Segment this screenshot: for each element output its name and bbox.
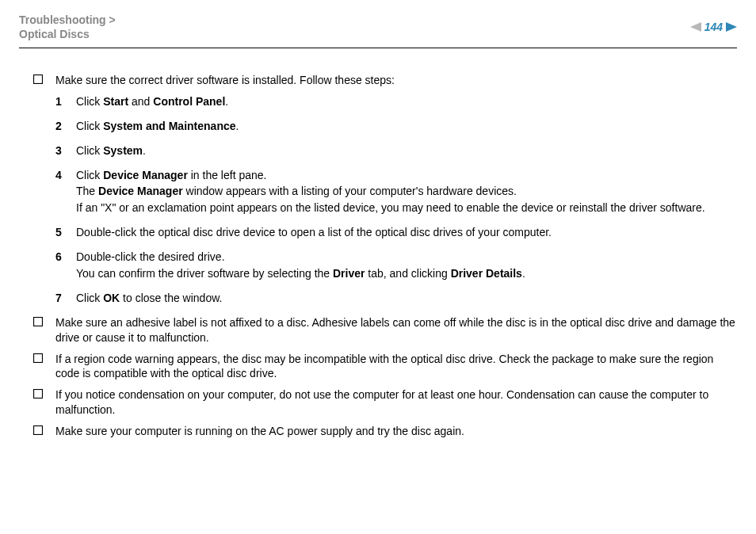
steps-list: 1Click Start and Control Panel.2Click Sy… [55, 94, 737, 307]
step-number: 6 [55, 250, 76, 265]
svg-marker-0 [690, 22, 701, 32]
step-number: 5 [55, 225, 76, 240]
checkbox-bullet-icon [33, 352, 55, 363]
breadcrumb: Troubleshooting > Optical Discs [19, 13, 737, 41]
page-number: 144 [704, 21, 723, 33]
step-text: Double-click the desired drive.You can c… [76, 250, 737, 283]
step-number: 2 [55, 119, 76, 134]
bullet-text: If you notice condensation on your compu… [55, 387, 737, 418]
svg-rect-3 [34, 317, 43, 326]
prev-page-icon[interactable] [690, 22, 701, 32]
step-text: Click System and Maintenance. [76, 119, 737, 135]
step-text: Click System. [76, 143, 737, 160]
step-text: Click OK to close the window. [76, 291, 737, 307]
checkbox-bullet-icon [33, 387, 55, 399]
step-row: 4Click Device Manager in the left pane.T… [55, 168, 737, 218]
step-text: Click Device Manager in the left pane.Th… [76, 168, 737, 218]
step-row: 7Click OK to close the window. [55, 291, 737, 307]
next-page-icon[interactable] [726, 22, 737, 32]
page-number-nav: 144 [690, 21, 737, 33]
checkbox-bullet-icon [33, 315, 55, 326]
svg-rect-6 [34, 426, 43, 435]
step-row: 3Click System. [55, 143, 737, 160]
svg-marker-1 [726, 22, 737, 32]
step-row: 1Click Start and Control Panel. [55, 94, 737, 111]
checkbox-bullet-icon [33, 73, 55, 84]
header-rule [19, 48, 737, 48]
step-number: 3 [55, 143, 76, 158]
page: Troubleshooting > Optical Discs 144 Make… [0, 0, 756, 534]
step-row: 2Click System and Maintenance. [55, 119, 737, 135]
bullets-list: Make sure an adhesive label is not affix… [33, 315, 737, 439]
breadcrumb-line2: Optical Discs [19, 28, 90, 40]
step-row: 5Double-click the optical disc drive dev… [55, 225, 737, 242]
bullet-intro-text: Make sure the correct driver software is… [55, 73, 737, 88]
step-number: 7 [55, 291, 76, 306]
bullet-text: If a region code warning appears, the di… [55, 352, 737, 382]
bullet-row: If a region code warning appears, the di… [33, 352, 737, 382]
step-row: 6Double-click the desired drive.You can … [55, 250, 737, 283]
content: Make sure the correct driver software is… [33, 73, 737, 445]
step-number: 1 [55, 94, 76, 109]
header: Troubleshooting > Optical Discs 144 [19, 13, 737, 48]
bullet-row: Make sure an adhesive label is not affix… [33, 315, 737, 345]
step-text: Click Start and Control Panel. [76, 94, 737, 111]
bullet-row: Make sure your computer is running on th… [33, 424, 737, 439]
step-number: 4 [55, 168, 76, 183]
svg-rect-5 [34, 390, 43, 399]
breadcrumb-line1: Troubleshooting > [19, 13, 116, 26]
checkbox-bullet-icon [33, 424, 55, 435]
bullet-intro: Make sure the correct driver software is… [33, 73, 737, 88]
bullet-row: If you notice condensation on your compu… [33, 387, 737, 418]
svg-rect-2 [34, 75, 43, 84]
bullet-text: Make sure your computer is running on th… [55, 424, 737, 439]
step-text: Double-click the optical disc drive devi… [76, 225, 737, 242]
svg-rect-4 [34, 353, 43, 362]
bullet-text: Make sure an adhesive label is not affix… [55, 315, 737, 345]
